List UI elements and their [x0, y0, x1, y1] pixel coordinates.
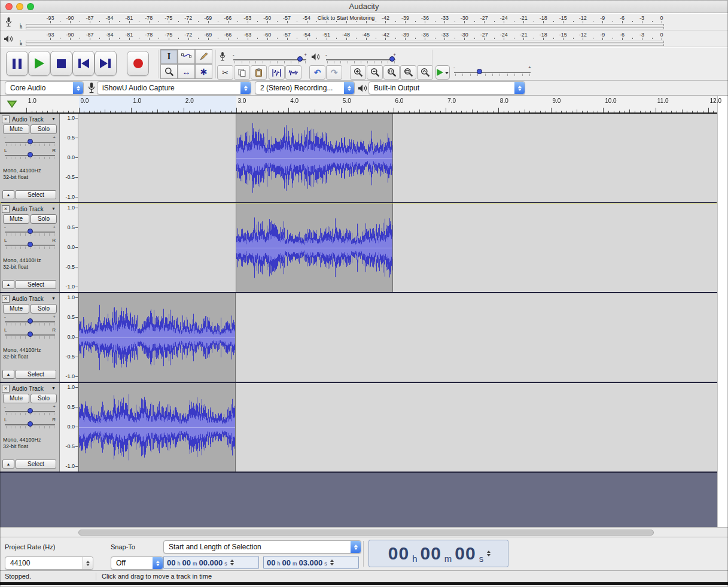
fit-selection-button[interactable] [383, 65, 400, 80]
play-button[interactable] [28, 51, 50, 76]
vertical-ruler[interactable]: 1.00.50.0-0.5-1.0 [60, 293, 78, 382]
zoom-in-button[interactable] [350, 65, 366, 80]
empty-track-space[interactable] [0, 473, 717, 527]
audio-clip[interactable] [78, 293, 236, 382]
recording-device-select[interactable]: iShowU Audio Capture [97, 81, 251, 95]
horizontal-scrollbar[interactable] [0, 527, 728, 537]
solo-button[interactable]: Solo [31, 214, 57, 224]
time-digits[interactable]: 00 [282, 558, 290, 567]
time-digits[interactable]: 03.000 [298, 558, 322, 567]
gain-slider[interactable]: -+ [4, 404, 56, 416]
time-digits[interactable]: 00 [420, 543, 441, 564]
collapse-track-button[interactable]: ▲ [2, 460, 14, 469]
play-at-speed-button[interactable] [435, 65, 450, 80]
pan-slider[interactable]: LR [4, 328, 56, 340]
waveform-area[interactable] [78, 383, 717, 472]
track-menu-dropdown-icon[interactable]: ▼ [51, 296, 56, 300]
recording-channels-select[interactable]: 2 (Stereo) Recording... [255, 81, 355, 95]
monitor-hint-text[interactable]: Click to Start Monitoring [316, 15, 376, 21]
pan-slider[interactable]: LR [4, 418, 56, 430]
recording-volume-slider[interactable]: -+ [232, 53, 307, 65]
waveform-canvas[interactable] [236, 204, 392, 291]
gain-slider[interactable]: -+ [4, 135, 56, 147]
zoom-tool-button[interactable] [160, 64, 178, 79]
selection-tool-button[interactable]: I [160, 49, 178, 64]
record-button[interactable] [127, 51, 149, 76]
selection-start-field[interactable]: 00h00m00.000s [163, 556, 259, 569]
waveform-area[interactable] [78, 203, 717, 292]
selection-length-field[interactable]: 00h00m03.000s [263, 556, 359, 569]
zoom-toggle-button[interactable] [417, 65, 433, 80]
slider-thumb[interactable] [28, 152, 33, 157]
vertical-ruler[interactable]: 1.00.50.0-0.5-1.0 [60, 203, 78, 292]
slider-thumb[interactable] [28, 408, 33, 413]
time-digits[interactable]: 00 [167, 558, 175, 567]
envelope-tool-button[interactable] [178, 49, 195, 64]
playback-device-select[interactable]: Built-in Output [368, 81, 525, 95]
time-field-spinner[interactable] [230, 559, 234, 565]
paste-button[interactable] [251, 65, 267, 80]
slider-thumb[interactable] [477, 69, 482, 74]
close-track-button[interactable]: × [2, 115, 10, 123]
track-menu-dropdown-icon[interactable]: ▼ [51, 386, 56, 390]
zoom-out-button[interactable] [367, 65, 383, 80]
track-select-button[interactable]: Select [16, 460, 56, 469]
close-track-button[interactable]: × [2, 205, 10, 213]
time-digits[interactable]: 00 [388, 543, 409, 564]
redo-button[interactable]: ↷ [326, 65, 342, 80]
collapse-track-button[interactable]: ▲ [2, 190, 14, 199]
close-track-button[interactable]: × [2, 385, 10, 393]
pinned-play-head-button[interactable] [5, 98, 19, 111]
pan-slider[interactable]: LR [4, 148, 56, 160]
stop-button[interactable] [50, 51, 72, 76]
mute-button[interactable]: Mute [3, 124, 29, 134]
track-menu-dropdown-icon[interactable]: ▼ [51, 206, 56, 211]
mute-button[interactable]: Mute [3, 394, 29, 403]
meter-bar[interactable] [26, 24, 664, 26]
close-track-button[interactable]: × [2, 295, 10, 303]
slider-thumb[interactable] [297, 56, 303, 62]
time-digits[interactable]: 00.000 [199, 558, 223, 567]
meter-bar[interactable] [26, 27, 664, 29]
time-digits[interactable]: 00 [182, 558, 190, 567]
time-field-spinner[interactable] [487, 550, 491, 556]
audio-clip[interactable] [236, 203, 393, 292]
waveform-canvas[interactable] [236, 114, 392, 202]
waveform-area[interactable] [78, 114, 717, 202]
solo-button[interactable]: Solo [31, 124, 57, 134]
fit-project-button[interactable] [400, 65, 416, 80]
copy-button[interactable] [234, 65, 250, 80]
vertical-ruler[interactable]: 1.00.50.0-0.5-1.0 [60, 114, 78, 202]
slider-thumb[interactable] [28, 318, 33, 324]
mute-button[interactable]: Mute [3, 304, 29, 314]
meter-bar[interactable] [26, 44, 664, 46]
recording-meter-toolbar[interactable]: -93-90-87-84-81-78-75-72-69-66-63-60-57-… [0, 14, 728, 31]
track-menu-dropdown-icon[interactable]: ▼ [51, 117, 56, 121]
collapse-track-button[interactable]: ▲ [2, 370, 14, 379]
time-digits[interactable]: 00 [267, 558, 275, 567]
track-select-button[interactable]: Select [16, 370, 56, 379]
playback-volume-slider[interactable]: -+ [325, 53, 397, 65]
solo-button[interactable]: Solo [31, 394, 57, 403]
meter-bar[interactable] [26, 41, 664, 43]
title-bar[interactable]: Audacity [0, 0, 728, 13]
trim-audio-button[interactable] [269, 65, 285, 80]
undo-button[interactable]: ↶ [309, 65, 325, 80]
timeshift-tool-button[interactable]: ↔ [178, 64, 195, 79]
project-rate-select[interactable]: 44100 [5, 556, 93, 570]
pause-button[interactable] [6, 51, 28, 76]
mute-button[interactable]: Mute [3, 214, 29, 224]
slider-thumb[interactable] [28, 242, 33, 247]
waveform-canvas[interactable] [79, 384, 235, 471]
track-select-button[interactable]: Select [16, 280, 56, 289]
gain-slider[interactable]: -+ [4, 225, 56, 237]
timeline-ruler[interactable]: 1.00.01.02.03.04.05.06.07.08.09.010.011.… [0, 96, 717, 114]
gain-slider[interactable]: -+ [4, 315, 56, 327]
multi-tool-button[interactable]: ∗ [195, 64, 212, 79]
selection-mode-select[interactable]: Start and Length of Selection [163, 540, 361, 553]
audio-clip[interactable] [78, 383, 236, 472]
silence-audio-button[interactable] [285, 65, 301, 80]
pan-slider[interactable]: LR [4, 238, 56, 250]
waveform-area[interactable] [78, 293, 717, 382]
time-digits[interactable]: 00 [455, 543, 476, 564]
